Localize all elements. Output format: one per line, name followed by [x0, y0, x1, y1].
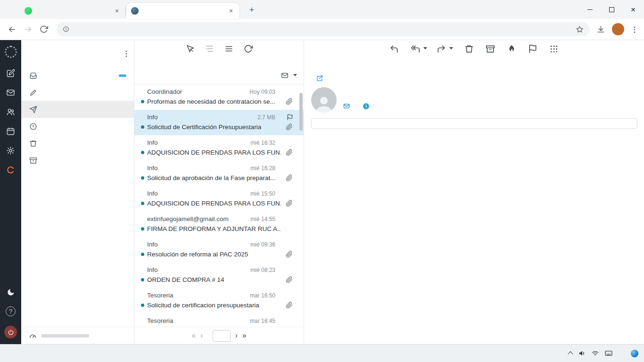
- close-tab-icon[interactable]: [227, 7, 235, 15]
- network-icon[interactable]: [592, 350, 599, 357]
- message-row[interactable]: extinfuegojamell@gmail.com mié 14:55 FIR…: [134, 212, 304, 237]
- open-in-new-window-icon[interactable]: [316, 74, 323, 82]
- volume-icon[interactable]: [578, 350, 586, 357]
- reply-button[interactable]: [388, 44, 401, 66]
- page-number-input[interactable]: [213, 330, 231, 342]
- status-dot: [141, 202, 144, 205]
- folder-papelera[interactable]: [21, 135, 134, 152]
- browser-tab-whatsapp[interactable]: [20, 3, 125, 19]
- spam-button[interactable]: [505, 44, 518, 66]
- next-page-button[interactable]: ›: [235, 332, 238, 339]
- bookmark-star-icon[interactable]: [576, 25, 584, 33]
- tray-app-icon[interactable]: [631, 350, 638, 357]
- message-row[interactable]: Info mié 16:28 Solicitud de aprobación d…: [134, 161, 304, 186]
- dark-mode-icon[interactable]: [0, 282, 21, 302]
- attachment-clip-icon: [286, 302, 293, 309]
- folder-entrada[interactable]: [21, 67, 134, 84]
- browser-tabstrip: [0, 0, 644, 19]
- new-tab-button[interactable]: [246, 4, 257, 15]
- browser-tab-roundcube[interactable]: [126, 3, 239, 19]
- mark-button[interactable]: [526, 44, 539, 66]
- list-toolbar: [134, 40, 304, 66]
- folder-enviados[interactable]: [21, 101, 134, 118]
- cpanel-icon[interactable]: [0, 160, 21, 180]
- compose-button[interactable]: [0, 64, 21, 83]
- search-scope-icon[interactable]: [281, 72, 289, 79]
- mail-nav-icon[interactable]: [0, 83, 21, 102]
- options-button[interactable]: [224, 44, 233, 66]
- envelope-icon: [343, 103, 350, 109]
- message-header: [304, 83, 644, 114]
- sender-avatar: [311, 87, 337, 113]
- message-meta: mar 16:50: [250, 292, 275, 299]
- headers-link[interactable]: [363, 103, 372, 109]
- account-menu-icon[interactable]: [123, 49, 129, 58]
- calendar-nav-icon[interactable]: [0, 122, 21, 141]
- message-sender: Info: [147, 139, 247, 146]
- forward-button[interactable]: [435, 44, 448, 66]
- details-link[interactable]: [343, 103, 353, 109]
- forward-button[interactable]: [22, 23, 34, 35]
- maximize-button[interactable]: [601, 0, 622, 19]
- message-row[interactable]: Info mié 09:36 Resolución de reforma al …: [134, 237, 304, 263]
- status-dot: [141, 100, 144, 103]
- search-input[interactable]: [141, 72, 276, 79]
- folder-archivo[interactable]: [21, 152, 134, 169]
- message-subject: Proformas de necesidad de contratacion s…: [147, 98, 275, 105]
- unread-count-badge: [119, 74, 126, 77]
- browser-menu-icon[interactable]: [631, 25, 637, 34]
- message-row[interactable]: Info mié 15:50 ADQUISICION DE PRENDAS PA…: [134, 186, 304, 212]
- last-page-button[interactable]: »: [242, 332, 247, 339]
- message-row[interactable]: Tesoreria mar 16:45: [134, 313, 304, 327]
- roundcube-app: Coordinador Hoy 09:03 Proformas de neces…: [0, 40, 644, 344]
- account-header[interactable]: [21, 40, 134, 67]
- quota-indicator: [21, 327, 134, 344]
- message-row[interactable]: Tesoreria mar 16:50 Solicitud de certifi…: [134, 288, 304, 313]
- message-sender: Tesoreria: [147, 317, 246, 324]
- archive-button[interactable]: [484, 44, 497, 66]
- delete-button[interactable]: [462, 44, 476, 66]
- minimize-button[interactable]: [579, 0, 601, 19]
- forward-caret-icon[interactable]: [449, 47, 453, 51]
- reply-all-button[interactable]: [409, 44, 422, 66]
- archive-icon: [29, 156, 37, 165]
- search-options-caret-icon[interactable]: [293, 74, 297, 78]
- message-row[interactable]: Info mié 16:32 ADQUISICION DE PRENDAS PA…: [134, 135, 304, 161]
- reply-all-caret-icon[interactable]: [423, 47, 427, 51]
- profile-avatar[interactable]: [612, 23, 624, 35]
- message-meta: mié 16:32: [250, 140, 275, 146]
- url-field[interactable]: [57, 22, 590, 36]
- message-subject: ORDEN DE COMPRA # 14: [147, 276, 224, 283]
- keyboard-icon[interactable]: [605, 350, 612, 356]
- folder-borradores[interactable]: [21, 84, 134, 101]
- drafts-pencil-icon: [29, 89, 37, 97]
- contacts-nav-icon[interactable]: [0, 102, 21, 122]
- more-button[interactable]: [547, 44, 561, 66]
- attachment-clip-icon: [286, 174, 293, 181]
- message-row[interactable]: Info mié 08:23 ORDEN DE COMPRA # 14: [134, 263, 304, 288]
- list-scrollbar-thumb[interactable]: [299, 93, 303, 131]
- sent-plane-icon: [29, 106, 37, 114]
- refresh-button[interactable]: [244, 44, 253, 66]
- settings-nav-icon[interactable]: [0, 141, 21, 160]
- threads-button[interactable]: [205, 44, 214, 66]
- logout-power-icon[interactable]: [4, 326, 17, 338]
- attachment-clip-icon: [286, 276, 293, 283]
- help-icon[interactable]: [0, 302, 21, 321]
- previous-page-button[interactable]: ‹: [200, 332, 203, 339]
- tray-expand-icon[interactable]: [568, 351, 573, 356]
- close-window-button[interactable]: [622, 0, 644, 19]
- message-sender: extinfuegojamell@gmail.com: [147, 215, 247, 222]
- close-tab-icon[interactable]: [113, 7, 121, 15]
- status-dot: [141, 227, 144, 230]
- message-row[interactable]: Info 2.7 MB Solicitud de Certificación P…: [134, 110, 304, 135]
- downloads-icon[interactable]: [596, 25, 605, 34]
- message-subject: FIRMA DE PROFORMA Y ADJUNTAR RUC A...: [147, 225, 281, 232]
- folder-spam[interactable]: [21, 118, 134, 135]
- back-button[interactable]: [6, 23, 18, 35]
- message-row[interactable]: Coordinador Hoy 09:03 Proformas de neces…: [134, 84, 304, 110]
- reload-button[interactable]: [38, 23, 50, 35]
- page-info-icon[interactable]: [63, 26, 69, 33]
- select-button[interactable]: [186, 44, 195, 66]
- first-page-button[interactable]: «: [191, 332, 196, 339]
